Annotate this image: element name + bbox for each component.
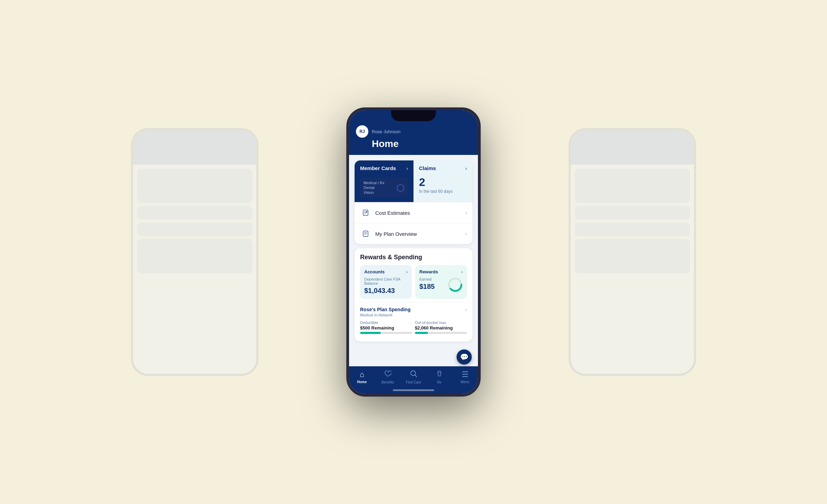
- member-cards-label: Member Cards: [360, 165, 396, 171]
- my-plan-overview-label: My Plan Overview: [375, 231, 465, 237]
- oop-item: Out-of-pocket max $2,060 Remaining: [415, 321, 467, 334]
- plan-spending-title: Rose's Plan Spending: [360, 307, 410, 312]
- avatar: RJ: [356, 125, 368, 138]
- rewards-section: Rewards & Spending Accounts › Dependent …: [355, 248, 472, 342]
- nav-rx[interactable]: Rx: [429, 370, 450, 384]
- header-user-row: RJ Rose Johnson: [356, 125, 471, 138]
- deductible-item: Deductible $500 Remaining: [360, 321, 412, 334]
- claims-chevron-icon: ›: [465, 166, 467, 171]
- nav-benefits[interactable]: Benefits: [377, 370, 398, 384]
- rewards-inner: Earned $185: [419, 277, 463, 291]
- accounts-amount: $1,043.43: [364, 287, 408, 295]
- header-username: Rose Johnson: [372, 129, 400, 134]
- member-cards-header: Member Cards ›: [360, 165, 408, 171]
- nav-menu[interactable]: ☰ Menu: [455, 370, 476, 384]
- home-icon: ⌂: [360, 370, 364, 379]
- card-line-dental: Dental: [364, 186, 385, 190]
- member-cards-chevron-icon: ›: [406, 166, 408, 171]
- rewards-chart: [448, 277, 463, 292]
- cost-estimates-chevron-icon: ›: [465, 210, 467, 216]
- spending-row: Deductible $500 Remaining Out-of-pocket …: [360, 321, 467, 334]
- my-plan-overview-item[interactable]: My Plan Overview ›: [355, 223, 472, 244]
- accounts-header: Accounts ›: [364, 269, 408, 274]
- claims-subtitle: In the last 60 days: [419, 189, 467, 194]
- deductible-value: $500 Remaining: [360, 325, 412, 330]
- rx-icon: [436, 370, 443, 379]
- home-indicator: [393, 389, 434, 391]
- ghost-phone-right: [569, 128, 696, 376]
- oop-progress-bar: [415, 332, 467, 334]
- menu-label: Menu: [461, 380, 469, 384]
- member-card-lines: Medical / Rx Dental Vision: [364, 181, 385, 195]
- chat-icon: 💬: [460, 353, 469, 361]
- member-cards-tile[interactable]: Member Cards › Medical / Rx Dental Visio…: [355, 160, 414, 202]
- claims-count: 2: [419, 177, 467, 188]
- deductible-label: Deductible: [360, 321, 412, 325]
- oop-label: Out-of-pocket max: [415, 321, 467, 325]
- page-title: Home: [356, 138, 471, 149]
- my-plan-chevron-icon: ›: [465, 231, 467, 237]
- rx-label: Rx: [437, 380, 441, 384]
- cost-estimates-icon: [360, 207, 371, 218]
- oop-value: $2,060 Remaining: [415, 325, 467, 330]
- svg-rect-5: [363, 231, 368, 237]
- plan-spending-header: Rose's Plan Spending ›: [360, 307, 467, 312]
- rewards-grid: Accounts › Dependent Care FSA Balance $1…: [360, 265, 467, 299]
- rewards-label: Rewards: [419, 269, 438, 274]
- home-label: Home: [357, 380, 367, 384]
- phone-device: RJ Rose Johnson Home Member Cards ›: [346, 107, 481, 397]
- benefits-icon: [384, 370, 391, 379]
- rewards-tile[interactable]: Rewards › Earned $185: [415, 265, 467, 299]
- card-line-medical: Medical / Rx: [364, 181, 385, 185]
- my-plan-icon: [360, 228, 371, 239]
- phone-notch: [391, 110, 436, 121]
- rewards-section-title: Rewards & Spending: [360, 254, 467, 261]
- ghost-phone-left: [131, 128, 258, 376]
- benefits-label: Benefits: [381, 380, 394, 384]
- svg-point-4: [366, 211, 367, 212]
- rewards-chevron-icon: ›: [461, 270, 463, 274]
- card-line-vision: Vision: [364, 190, 385, 195]
- find-care-icon: [410, 370, 417, 379]
- rewards-header: Rewards ›: [419, 269, 463, 274]
- plan-spending-item[interactable]: Rose's Plan Spending › Medical In-Networ…: [360, 302, 467, 334]
- deductible-progress-fill: [360, 332, 381, 334]
- cards-section: Member Cards › Medical / Rx Dental Visio…: [355, 160, 472, 244]
- cost-estimates-item[interactable]: Cost Estimates ›: [355, 202, 472, 223]
- claims-header: Claims ›: [419, 165, 467, 171]
- menu-icon: ☰: [462, 370, 469, 379]
- find-care-label: Find Care: [406, 380, 421, 384]
- cost-estimates-label: Cost Estimates: [375, 210, 465, 216]
- bottom-spacer: [355, 346, 472, 351]
- nav-find-care[interactable]: Find Care: [403, 370, 424, 384]
- deductible-progress-bar: [360, 332, 412, 334]
- accounts-chevron-icon: ›: [406, 270, 408, 274]
- cards-grid: Member Cards › Medical / Rx Dental Visio…: [355, 160, 472, 202]
- accounts-sublabel: Dependent Care FSA Balance: [364, 277, 408, 285]
- oop-progress-fill: [415, 332, 428, 334]
- plan-spending-chevron-icon: ›: [465, 307, 467, 312]
- accounts-tile[interactable]: Accounts › Dependent Care FSA Balance $1…: [360, 265, 412, 299]
- plan-spending-subtitle: Medical In-Network: [360, 313, 467, 317]
- nav-home[interactable]: ⌂ Home: [351, 370, 372, 384]
- svg-line-12: [415, 375, 417, 377]
- chat-fab-button[interactable]: 💬: [457, 349, 472, 365]
- claims-label: Claims: [419, 165, 436, 171]
- scroll-content: Member Cards › Medical / Rx Dental Visio…: [349, 155, 478, 366]
- fingerprint-icon: ⬡: [396, 182, 405, 193]
- accounts-label: Accounts: [364, 269, 385, 274]
- claims-tile[interactable]: Claims › 2 In the last 60 days: [414, 160, 472, 202]
- member-card-visual: Medical / Rx Dental Vision ⬡: [360, 178, 408, 197]
